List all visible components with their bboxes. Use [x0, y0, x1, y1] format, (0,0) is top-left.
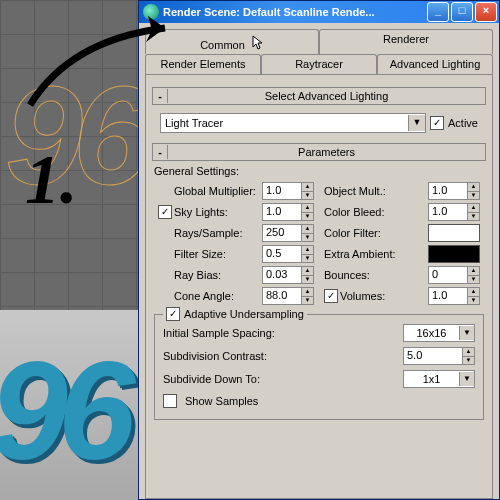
active-checkbox[interactable] — [430, 116, 444, 130]
spinner-up-icon[interactable]: ▲ — [302, 204, 313, 213]
show-samples-label: Show Samples — [185, 395, 258, 407]
adaptive-label: Initial Sample Spacing: — [163, 327, 403, 339]
adaptive-group: Adaptive Undersampling Initial Sample Sp… — [154, 314, 484, 420]
spinner-up-icon[interactable]: ▲ — [468, 288, 479, 297]
param-row: Volumes:1.0▲▼ — [324, 287, 480, 305]
spinner-down-icon[interactable]: ▼ — [468, 192, 479, 200]
spinner-down-icon[interactable]: ▼ — [468, 276, 479, 284]
tab-common[interactable]: Common — [145, 29, 319, 54]
param-row: Sky Lights:1.0▲▼ — [158, 203, 314, 221]
tab-render-elements[interactable]: Render Elements — [145, 54, 261, 74]
tab-label: Common — [200, 39, 245, 51]
param-spinner[interactable]: 0.03▲▼ — [262, 266, 314, 284]
param-label: Object Mult.: — [324, 185, 426, 197]
spinner-up-icon[interactable]: ▲ — [302, 246, 313, 255]
spinner-down-icon[interactable]: ▼ — [302, 276, 313, 284]
spinner-up-icon[interactable]: ▲ — [468, 204, 479, 213]
param-label: Cone Angle: — [174, 290, 260, 302]
spinner-down-icon[interactable]: ▼ — [468, 297, 479, 305]
spinner-down-icon[interactable]: ▼ — [463, 357, 474, 365]
param-row: Bounces:0▲▼ — [324, 266, 480, 284]
spinner-down-icon[interactable]: ▼ — [302, 192, 313, 200]
general-settings-label: General Settings: — [154, 165, 486, 177]
param-label: Ray Bias: — [174, 269, 260, 281]
adaptive-label: Subdivide Down To: — [163, 373, 403, 385]
adaptive-checkbox[interactable] — [166, 307, 180, 321]
spinner-down-icon[interactable]: ▼ — [302, 297, 313, 305]
spinner-down-icon[interactable]: ▼ — [468, 213, 479, 221]
spinner-up-icon[interactable]: ▲ — [468, 183, 479, 192]
param-spinner[interactable]: 0▲▼ — [428, 266, 480, 284]
spinner-up-icon[interactable]: ▲ — [302, 183, 313, 192]
param-spinner[interactable]: 1.0▲▼ — [428, 182, 480, 200]
adaptive-label: Subdivision Contrast: — [163, 350, 403, 362]
param-label: Color Filter: — [324, 227, 426, 239]
tab-advanced-lighting[interactable]: Advanced Lighting — [377, 54, 493, 74]
color-swatch[interactable] — [428, 224, 480, 242]
param-row: Filter Size:0.5▲▼ — [158, 245, 314, 263]
color-swatch[interactable] — [428, 245, 480, 263]
window-title: Render Scene: Default Scanline Rende... — [163, 6, 427, 18]
chevron-down-icon: ▼ — [459, 372, 474, 386]
param-label: Color Bleed: — [324, 206, 426, 218]
show-samples-checkbox[interactable] — [163, 394, 177, 408]
param-label: Rays/Sample: — [174, 227, 260, 239]
param-label: Sky Lights: — [174, 206, 260, 218]
adaptive-spinner[interactable]: 5.0▲▼ — [403, 347, 475, 365]
titlebar[interactable]: Render Scene: Default Scanline Rende... … — [139, 1, 499, 23]
tab-raytracer[interactable]: Raytracer — [261, 54, 377, 74]
param-spinner[interactable]: 1.0▲▼ — [262, 182, 314, 200]
spinner-down-icon[interactable]: ▼ — [302, 255, 313, 263]
adaptive-label: Adaptive Undersampling — [184, 308, 304, 320]
param-label: Volumes: — [340, 290, 426, 302]
adaptive-row: Initial Sample Spacing:16x16▼ — [163, 324, 475, 342]
adaptive-row: Subdivide Down To:1x1▼ — [163, 370, 475, 388]
param-spinner[interactable]: 1.0▲▼ — [262, 203, 314, 221]
spinner-up-icon[interactable]: ▲ — [302, 267, 313, 276]
rollout-title: Select Advanced Lighting — [168, 90, 485, 102]
minimize-button[interactable]: _ — [427, 2, 449, 22]
chevron-down-icon: ▼ — [408, 115, 425, 131]
cursor-icon — [252, 35, 264, 53]
param-row: Global Multiplier:1.0▲▼ — [158, 182, 314, 200]
param-row: Rays/Sample:250▲▼ — [158, 224, 314, 242]
spinner-up-icon[interactable]: ▲ — [463, 348, 474, 357]
dropdown-value: Light Tracer — [161, 117, 408, 129]
param-spinner[interactable]: 250▲▼ — [262, 224, 314, 242]
spinner-up-icon[interactable]: ▲ — [302, 288, 313, 297]
param-checkbox[interactable] — [158, 205, 172, 219]
active-label: Active — [448, 117, 478, 129]
extruded-number: 96 — [0, 330, 126, 492]
param-spinner[interactable]: 1.0▲▼ — [428, 203, 480, 221]
param-checkbox[interactable] — [324, 289, 338, 303]
param-row: Object Mult.:1.0▲▼ — [324, 182, 480, 200]
spinner-down-icon[interactable]: ▼ — [302, 213, 313, 221]
maximize-button[interactable]: □ — [451, 2, 473, 22]
adaptive-row: Subdivision Contrast:5.0▲▼ — [163, 347, 475, 365]
param-label: Global Multiplier: — [174, 185, 260, 197]
param-row: Color Bleed:1.0▲▼ — [324, 203, 480, 221]
panel-body: - Select Advanced Lighting Light Tracer … — [145, 74, 493, 499]
chevron-down-icon: ▼ — [459, 326, 474, 340]
param-spinner[interactable]: 1.0▲▼ — [428, 287, 480, 305]
rollout-select-lighting[interactable]: - Select Advanced Lighting — [152, 87, 486, 105]
param-label: Bounces: — [324, 269, 426, 281]
tab-bar: Common Renderer Render Elements Raytrace… — [139, 23, 499, 74]
param-row: Extra Ambient: — [324, 245, 480, 263]
spinner-up-icon[interactable]: ▲ — [468, 267, 479, 276]
rollout-parameters[interactable]: - Parameters — [152, 143, 486, 161]
adaptive-dropdown[interactable]: 1x1▼ — [403, 370, 475, 388]
spinner-down-icon[interactable]: ▼ — [302, 234, 313, 242]
close-button[interactable]: × — [475, 2, 497, 22]
param-label: Extra Ambient: — [324, 248, 426, 260]
adaptive-dropdown[interactable]: 16x16▼ — [403, 324, 475, 342]
param-row: Cone Angle:88.0▲▼ — [158, 287, 314, 305]
render-scene-dialog: Render Scene: Default Scanline Rende... … — [138, 0, 500, 500]
spinner-up-icon[interactable]: ▲ — [302, 225, 313, 234]
lighting-plugin-dropdown[interactable]: Light Tracer ▼ — [160, 113, 426, 133]
param-spinner[interactable]: 0.5▲▼ — [262, 245, 314, 263]
param-spinner[interactable]: 88.0▲▼ — [262, 287, 314, 305]
collapse-icon: - — [153, 145, 168, 159]
tab-renderer[interactable]: Renderer — [319, 29, 493, 54]
annotation-number: 1. — [25, 140, 78, 220]
